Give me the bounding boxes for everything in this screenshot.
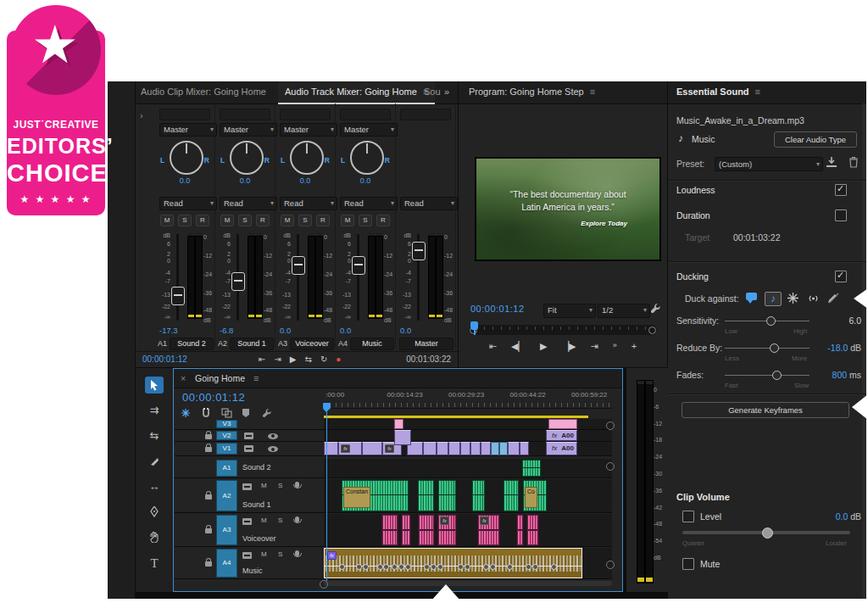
music-icon[interactable]: ♪ bbox=[765, 292, 782, 306]
input-dropdown[interactable] bbox=[340, 109, 391, 120]
goto-in-icon[interactable]: ⇤ bbox=[489, 341, 497, 351]
timeline-settings-wrench-icon[interactable] bbox=[262, 408, 280, 418]
fader-handle[interactable] bbox=[412, 242, 426, 260]
reduce-by-value[interactable]: -18.0 dB bbox=[810, 343, 861, 353]
timeline-clip[interactable] bbox=[520, 442, 529, 455]
track-resize-handle[interactable] bbox=[606, 462, 615, 471]
track-resize-handle[interactable] bbox=[606, 421, 615, 430]
fades-value[interactable]: 800 ms bbox=[810, 370, 861, 380]
source-patch-icon[interactable] bbox=[242, 483, 252, 490]
solo-button[interactable]: S bbox=[278, 516, 282, 524]
mute-button[interactable]: M bbox=[261, 516, 267, 524]
timeline-clip[interactable] bbox=[417, 479, 435, 512]
timeline-clip[interactable] bbox=[460, 442, 470, 455]
sensitivity-value[interactable]: 6.0 bbox=[829, 315, 861, 326]
loudness-checkbox[interactable] bbox=[835, 184, 847, 196]
step-forward-icon[interactable]: ▕▶ bbox=[562, 341, 576, 351]
track-select-V3[interactable]: V3 bbox=[216, 420, 237, 428]
keyframe-dot[interactable] bbox=[405, 564, 411, 570]
sfx-icon[interactable] bbox=[787, 292, 802, 304]
timeline-clip[interactable] bbox=[471, 479, 486, 512]
goto-out-icon[interactable]: ⇥ bbox=[274, 354, 281, 364]
slip-tool[interactable]: ↔ bbox=[145, 478, 164, 495]
input-dropdown[interactable] bbox=[220, 109, 270, 120]
track-r-button[interactable]: R bbox=[196, 215, 209, 226]
add-marker-icon[interactable] bbox=[242, 408, 258, 418]
tab-program[interactable]: Program: Going Home Step≡ bbox=[469, 81, 595, 103]
track-select-V2[interactable]: V2 bbox=[216, 431, 237, 440]
preset-dropdown[interactable]: (Custom)▾ bbox=[715, 157, 823, 171]
mute-checkbox[interactable] bbox=[682, 558, 694, 570]
voiceover-record-icon[interactable] bbox=[295, 482, 299, 488]
track-r-button[interactable]: R bbox=[256, 215, 270, 226]
channel-name[interactable]: Master bbox=[399, 338, 453, 350]
selection-tool[interactable] bbox=[145, 377, 164, 394]
input-dropdown[interactable] bbox=[400, 109, 451, 120]
timeline-clip[interactable] bbox=[548, 419, 577, 429]
keyframe-dot[interactable] bbox=[424, 564, 430, 570]
timeline-clip[interactable] bbox=[526, 514, 539, 546]
keyframe-dot[interactable] bbox=[507, 564, 513, 570]
fader-handle[interactable] bbox=[171, 287, 185, 305]
track-lane-V2[interactable]: fxA00 bbox=[324, 430, 612, 442]
loudness-section-label[interactable]: Loudness bbox=[676, 185, 715, 195]
output-dropdown[interactable]: Master▾ bbox=[159, 123, 217, 137]
fades-slider[interactable] bbox=[725, 375, 810, 376]
track-output-eye-icon[interactable] bbox=[268, 446, 278, 452]
zoom-level-dropdown[interactable]: Fit▾ bbox=[543, 304, 596, 318]
track-name[interactable]: Voiceover bbox=[242, 534, 276, 543]
timeline-clip[interactable] bbox=[448, 442, 460, 455]
tab-essential-sound[interactable]: Essential Sound≡ bbox=[676, 81, 760, 103]
track-s-button[interactable]: S bbox=[178, 215, 192, 226]
pan-knob[interactable] bbox=[170, 141, 203, 175]
dialogue-icon[interactable] bbox=[744, 292, 760, 304]
voiceover-record-icon[interactable] bbox=[295, 550, 299, 556]
lock-icon[interactable] bbox=[205, 561, 212, 567]
keyframe-dot[interactable] bbox=[339, 564, 345, 570]
lock-icon[interactable] bbox=[205, 447, 212, 452]
keyframe-dot[interactable] bbox=[437, 564, 443, 570]
pan-knob[interactable] bbox=[350, 141, 384, 175]
track-select-A1[interactable]: A1 bbox=[216, 460, 237, 477]
channel-name[interactable]: Music bbox=[350, 338, 394, 350]
level-slider[interactable] bbox=[682, 531, 850, 534]
delete-preset-icon[interactable] bbox=[849, 156, 859, 168]
program-scrubber[interactable] bbox=[469, 325, 657, 335]
keyframe-dot[interactable] bbox=[532, 564, 538, 570]
track-lane-A1[interactable] bbox=[324, 459, 612, 478]
lock-icon[interactable] bbox=[205, 494, 212, 500]
work-area-bar[interactable] bbox=[324, 416, 588, 418]
keyframe-dot[interactable] bbox=[398, 564, 404, 570]
timeline-clip[interactable] bbox=[423, 442, 437, 455]
timeline-clip[interactable] bbox=[362, 442, 382, 455]
horizontal-scrollbar[interactable] bbox=[324, 581, 612, 586]
play-in-out-icon[interactable]: ⇆ bbox=[304, 354, 311, 364]
playback-resolution-dropdown[interactable]: 1/2▾ bbox=[598, 304, 650, 318]
channel-name[interactable]: Sound 2 bbox=[170, 338, 214, 350]
track-s-button[interactable]: S bbox=[238, 215, 252, 226]
timeline-clip[interactable]: Co bbox=[522, 479, 548, 512]
automation-dropdown[interactable]: Read▾ bbox=[220, 197, 277, 210]
tab-sound[interactable]: Sou bbox=[424, 81, 441, 103]
track-m-button[interactable]: M bbox=[160, 215, 174, 226]
step-back-icon[interactable]: ◀▏ bbox=[511, 341, 526, 351]
add-button-icon[interactable]: + bbox=[632, 341, 637, 351]
ripple-edit-tool[interactable]: ⇆ bbox=[145, 427, 164, 444]
voiceover-record-icon[interactable] bbox=[295, 516, 299, 522]
scrollbar-handle[interactable] bbox=[320, 580, 328, 589]
timeline-clip[interactable]: fx bbox=[324, 548, 582, 578]
track-name[interactable]: Sound 2 bbox=[242, 463, 271, 472]
close-icon[interactable]: × bbox=[181, 373, 186, 383]
automation-dropdown[interactable]: Read▾ bbox=[340, 197, 398, 210]
source-patch-icon[interactable] bbox=[244, 433, 253, 439]
tab-audio-track-mixer[interactable]: Audio Track Mixer: Going Home≡ bbox=[278, 81, 435, 104]
mixer-timecode[interactable]: 00:00:01:12 bbox=[142, 354, 187, 364]
keyframe-dot[interactable] bbox=[392, 564, 398, 570]
pan-knob[interactable] bbox=[290, 141, 324, 175]
target-value[interactable]: 00:01:03:22 bbox=[733, 232, 780, 243]
essential-scrollbar[interactable] bbox=[862, 103, 866, 599]
record-icon[interactable]: ● bbox=[336, 354, 341, 364]
keyframe-dot[interactable] bbox=[383, 564, 389, 570]
timeline-playhead[interactable] bbox=[326, 403, 327, 581]
timeline-clip[interactable] bbox=[499, 442, 508, 455]
